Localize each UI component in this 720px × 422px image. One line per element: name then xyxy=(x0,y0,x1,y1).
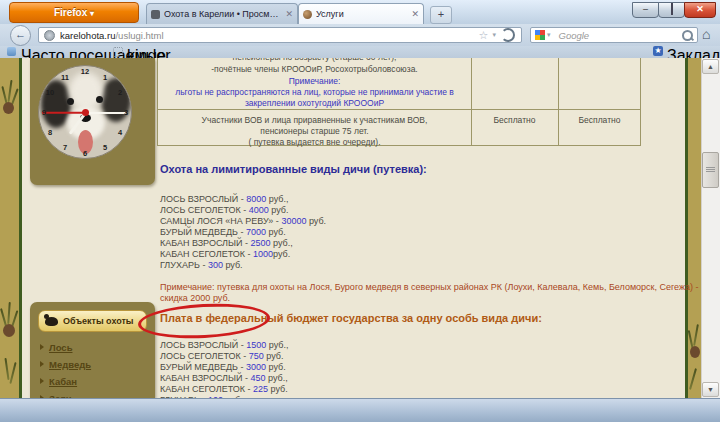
clock-number: 7 xyxy=(63,143,67,152)
tab-forum[interactable]: Охота в Карелии • Просмотр темы ... ✕ xyxy=(146,3,298,24)
site-favicon-icon xyxy=(303,10,312,19)
new-tab-button[interactable]: + xyxy=(430,6,452,24)
bird-decoration xyxy=(3,324,15,337)
url-bar[interactable]: karelohota.ru /uslugi.html ☆ ▾ xyxy=(38,27,522,43)
dog-eye xyxy=(96,96,103,103)
google-logo-icon xyxy=(535,30,545,40)
window-close-button[interactable]: ✕ xyxy=(684,2,716,18)
sidebar-item-zayats[interactable]: Заяц xyxy=(40,391,72,398)
page-viewport: 1 2 3 4 5 6 7 8 9 10 11 12 Объекты охоты… xyxy=(0,58,720,398)
note-line: скидка 2000 руб. xyxy=(160,293,640,304)
bullet-triangle-icon xyxy=(40,344,44,350)
home-button[interactable]: ⌂ xyxy=(702,26,710,42)
price-row: КАБАН СЕГОЛЕТОК - 1000руб. xyxy=(160,249,326,260)
price-row: ЛОСЬ ВЗРОСЛЫЙ - 8000 руб., xyxy=(160,194,326,205)
bird-decoration xyxy=(3,102,14,114)
chevron-down-icon: ▾ xyxy=(90,9,94,18)
price-row: ЛОСЬ ВЗРОСЛЫЙ - 1500 руб., xyxy=(160,340,289,351)
table-cell-text: пенсионеры старше 75 лет. xyxy=(158,126,471,136)
bear-icon xyxy=(45,317,58,326)
left-background-strip xyxy=(0,58,19,398)
grass-decoration xyxy=(9,362,16,384)
bookmark-star-icon[interactable]: ☆ xyxy=(479,29,489,42)
clock-minute-hand xyxy=(86,112,126,114)
right-background-strip xyxy=(688,58,701,398)
table-cell-text: пенсионеры по возрасту (старше 60 лет); xyxy=(158,58,471,62)
table-cell-text: -почётные члены КРОООиР, Росохотрыболовс… xyxy=(158,64,471,74)
table-row-border xyxy=(158,109,640,110)
sidebar-item-los[interactable]: Лось xyxy=(40,340,72,354)
sidebar-link-label: Медведь xyxy=(49,359,91,370)
reload-icon[interactable] xyxy=(501,28,515,42)
scroll-down-icon[interactable]: ▼ xyxy=(702,382,719,397)
url-dropdown-icon[interactable]: ▾ xyxy=(492,31,496,39)
price-row: САМЦЫ ЛОСЯ «НА РЕВУ» - 30000 руб. xyxy=(160,216,326,227)
price-list-putevka: ЛОСЬ ВЗРОСЛЫЙ - 8000 руб., ЛОСЬ СЕГОЛЕТО… xyxy=(160,194,326,271)
price-row-glukhar: ГЛУХАРЬ - 300 руб. xyxy=(160,260,326,271)
scroll-up-icon[interactable]: ▲ xyxy=(702,59,719,74)
clock-number: 9 xyxy=(42,108,46,117)
price-list-federal: ЛОСЬ ВЗРОСЛЫЙ - 1500 руб., ЛОСЬ СЕГОЛЕТО… xyxy=(160,340,289,398)
bird-decoration xyxy=(690,346,700,358)
search-placeholder: Google xyxy=(559,30,682,41)
tab-uslugi-active[interactable]: Услуги ✕ xyxy=(298,3,424,24)
price-row: ЛОСЬ СЕГОЛЕТОК - 4000 руб. xyxy=(160,205,326,216)
sidebar-link-label: Лось xyxy=(49,342,72,353)
search-icon[interactable] xyxy=(682,30,693,41)
page-border-left xyxy=(19,58,22,398)
menu-header-button[interactable]: Объекты охоты xyxy=(38,310,147,332)
page-favicon-icon xyxy=(44,30,55,41)
table-cell-text: ( путевка выдается вне очереди). xyxy=(158,137,471,147)
clock-number: 12 xyxy=(81,67,89,76)
hunting-menu-box: Объекты охоты Лось Медведь Кабан Заяц xyxy=(30,302,155,398)
clock-number: 8 xyxy=(48,128,52,137)
table-note-text: льготы не распространяются на лиц, котор… xyxy=(158,87,471,97)
price-row: ЛОСЬ СЕГОЛЕТОК - 750 руб. xyxy=(160,351,289,362)
firefox-menu-label: Firefox xyxy=(54,7,87,18)
bullet-triangle-icon xyxy=(40,361,44,367)
bookmarks-star-icon: ★ xyxy=(653,46,663,56)
clock-widget-box: 1 2 3 4 5 6 7 8 9 10 11 12 xyxy=(30,58,155,185)
window-restore-button[interactable] xyxy=(658,2,685,18)
restore-icon xyxy=(671,3,673,15)
window-minimize-button[interactable]: – xyxy=(632,2,659,18)
clock-number: 11 xyxy=(61,73,69,82)
grass-decoration xyxy=(4,358,9,380)
sidebar-item-medved[interactable]: Медведь xyxy=(40,357,91,371)
search-input[interactable]: ▾ Google xyxy=(530,27,698,43)
scrollbar[interactable] xyxy=(701,58,720,398)
price-row: БУРЫЙ МЕДВЕДЬ - 3000 руб. xyxy=(160,362,289,373)
grass-decoration xyxy=(7,302,11,324)
clock-second-hand xyxy=(42,112,86,114)
table-cell-free: Бесплатно xyxy=(471,115,558,125)
section-heading-limited-game: Охота на лимитированные виды дичи (путев… xyxy=(160,163,427,175)
search-engine-dropdown-icon[interactable]: ▾ xyxy=(547,31,551,39)
firefox-menu-button[interactable]: Firefox ▾ xyxy=(9,2,139,23)
back-button[interactable]: ← xyxy=(10,25,31,46)
close-tab-icon[interactable]: ✕ xyxy=(411,9,419,19)
price-row: БУРЫЙ МЕДВЕДЬ - 7000 руб. xyxy=(160,227,326,238)
kinder-bookmark-icon xyxy=(113,47,123,57)
close-tab-icon[interactable]: ✕ xyxy=(285,9,293,19)
grass-decoration xyxy=(689,368,697,390)
table-note-title: Примечание: xyxy=(158,76,471,86)
frequent-sites-icon xyxy=(7,47,16,56)
clock-number: 6 xyxy=(83,149,87,158)
windows-taskbar xyxy=(0,398,720,422)
price-row: КАБАН ВЗРОСЛЫЙ - 2500 руб., xyxy=(160,238,326,249)
clock-center-dot xyxy=(82,109,89,116)
clock-number: 10 xyxy=(46,88,54,97)
sidebar-item-kaban[interactable]: Кабан xyxy=(40,374,77,388)
table-cell-text: Участники ВОВ и лица приравненные к учас… xyxy=(158,115,471,125)
clock-number: 2 xyxy=(118,88,122,97)
dog-clock xyxy=(38,65,132,159)
url-path: /uslugi.html xyxy=(115,30,476,41)
scrollbar-thumb[interactable] xyxy=(702,152,719,188)
note-line: Примечание: путевка для охоты на Лося, Б… xyxy=(160,282,640,293)
browser-titlebar: Firefox ▾ Охота в Карелии • Просмотр тем… xyxy=(0,0,720,25)
tab-title: Охота в Карелии • Просмотр темы ... xyxy=(164,9,282,19)
tab-title: Услуги xyxy=(316,9,408,19)
bullet-triangle-icon xyxy=(40,378,44,384)
clock-number: 5 xyxy=(103,143,107,152)
table-column-border xyxy=(558,58,559,145)
